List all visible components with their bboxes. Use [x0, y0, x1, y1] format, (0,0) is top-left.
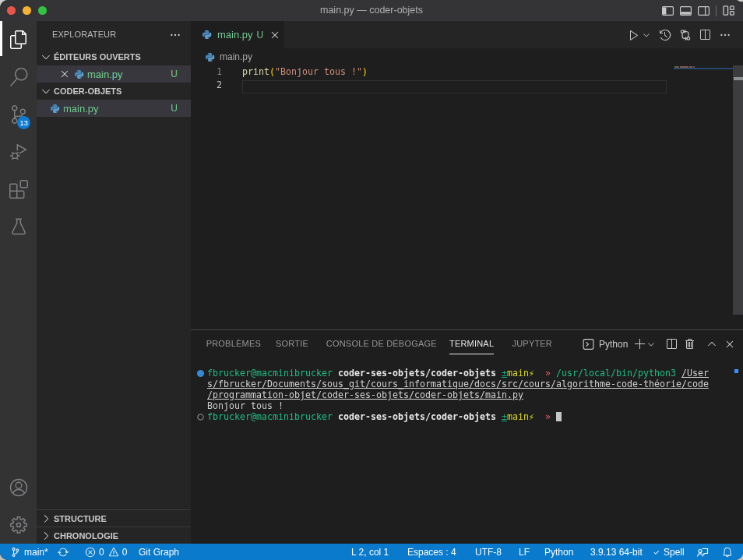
- code-token-string: "Bonjour tous !": [275, 66, 362, 77]
- source-control-badge: 13: [17, 116, 30, 129]
- breadcrumb-item: main.py: [220, 51, 252, 62]
- terminal-cwd: coder-ses-objets/coder-objets: [338, 411, 502, 422]
- close-panel-icon[interactable]: [724, 338, 736, 350]
- timeline-history-icon[interactable]: [659, 29, 671, 41]
- terminal-line-1: fbrucker@macminibrucker coder-ses-objets…: [207, 368, 709, 379]
- customize-layout-icon[interactable]: [723, 5, 734, 16]
- activitybar-testing[interactable]: [0, 208, 37, 245]
- extensions-icon: [9, 180, 28, 199]
- section-open-editors[interactable]: ÉDITEURS OUVERTS: [37, 48, 191, 65]
- terminal-line-2: s/fbrucker/Documents/sous_git/cours_info…: [207, 379, 709, 389]
- maximize-panel-icon[interactable]: [706, 338, 718, 350]
- code-area[interactable]: 1 2 print("Bonjour tous !"): [191, 65, 743, 329]
- run-debug-icon: [9, 143, 28, 161]
- check-icon: [651, 547, 662, 558]
- terminal-scrollbar-mark: [734, 369, 738, 373]
- workspace-label: CODER-OBJETS: [54, 86, 121, 96]
- terminal-lightning: ⚡: [529, 411, 534, 422]
- terminal-cursor: [556, 412, 562, 422]
- open-editors-label: ÉDITEURS OUVERTS: [54, 52, 141, 62]
- activitybar-explorer[interactable]: [0, 21, 37, 58]
- sidebar-title: EXPLORATEUR: [52, 21, 116, 48]
- activitybar-run-debug[interactable]: [0, 133, 37, 171]
- feedback-icon: [696, 546, 709, 558]
- terminal-prompt-char: »: [545, 368, 551, 379]
- split-terminal-icon[interactable]: [665, 338, 678, 350]
- sidebar-more-actions-icon[interactable]: [169, 29, 181, 44]
- statusbar-right: L 2, col 1 Espaces : 4 UTF-8 LF Python 3…: [0, 544, 743, 560]
- language-label: Python: [544, 547, 573, 558]
- statusbar-indentation[interactable]: Espaces : 4: [407, 544, 456, 560]
- new-terminal-icon[interactable]: [634, 338, 646, 350]
- terminal-command: /usr/local/bin/python3: [556, 368, 681, 379]
- command-decoration-success[interactable]: [196, 369, 205, 378]
- terminal-prompt-char: »: [545, 411, 551, 422]
- window-title: main.py — coder-objets: [0, 0, 743, 21]
- explorer-item-main-py[interactable]: main.py U: [37, 100, 191, 117]
- statusbar-notifications[interactable]: [722, 544, 733, 560]
- terminal[interactable]: fbrucker@macminibrucker coder-ses-objets…: [191, 365, 743, 544]
- breadcrumb[interactable]: main.py: [191, 48, 743, 65]
- statusbar-interpreter[interactable]: 3.9.13 64-bit: [590, 544, 643, 560]
- kill-terminal-icon[interactable]: [684, 338, 696, 350]
- panel: PROBLÈMES SORTIE CONSOLE DE DÉBOGAGE TER…: [191, 329, 743, 544]
- vscode-window: main.py — coder-objets 13: [0, 0, 743, 560]
- terminal-arg: /programmation-objet/coder-ses-objets/co…: [207, 389, 523, 400]
- git-status-badge: U: [171, 69, 178, 79]
- spell-label: Spell: [664, 547, 685, 558]
- split-editor-icon[interactable]: [699, 29, 711, 41]
- panel-actions: Python: [191, 330, 743, 357]
- section-timeline[interactable]: CHRONOLOGIE: [37, 527, 191, 544]
- terminal-space: [551, 368, 556, 379]
- python-file-icon: [205, 52, 215, 62]
- statusbar-language[interactable]: Python: [544, 544, 573, 560]
- toggle-panel-icon[interactable]: [680, 6, 692, 16]
- statusbar-eol[interactable]: LF: [519, 544, 530, 560]
- beaker-icon: [9, 217, 28, 236]
- run-dropdown-chevron-icon[interactable]: [642, 30, 651, 40]
- editor-scrollbar[interactable]: [733, 65, 743, 315]
- terminal-git-branch: main: [507, 368, 529, 379]
- code-line-1: print("Bonjour tous !"): [242, 65, 368, 79]
- tab-bar: main.py U: [191, 21, 743, 48]
- open-changes-icon[interactable]: [679, 29, 692, 41]
- titlebar-layout-controls: [662, 0, 734, 21]
- section-structure[interactable]: STRUCTURE: [37, 509, 191, 527]
- terminal-shell-icon[interactable]: [583, 338, 594, 350]
- toggle-secondary-sidebar-icon[interactable]: [698, 6, 710, 16]
- cursor-position-label: L 2, col 1: [351, 547, 389, 558]
- statusbar-feedback[interactable]: [696, 544, 709, 560]
- activitybar-source-control[interactable]: 13: [0, 96, 37, 133]
- activitybar-search[interactable]: [0, 58, 37, 96]
- activitybar-extensions[interactable]: [0, 171, 37, 208]
- python-file-icon: [50, 104, 60, 114]
- line-number-1: 1: [199, 65, 222, 79]
- statusbar-cursor-position[interactable]: L 2, col 1: [351, 544, 389, 560]
- terminal-shell-label[interactable]: Python: [599, 339, 628, 350]
- run-python-file-icon[interactable]: [628, 29, 640, 41]
- structure-label: STRUCTURE: [54, 514, 107, 523]
- terminal-git-symbol: ±: [502, 368, 507, 379]
- encoding-label: UTF-8: [475, 547, 502, 558]
- command-decoration-pending[interactable]: [197, 414, 204, 421]
- activitybar-settings[interactable]: [0, 506, 37, 544]
- section-workspace[interactable]: CODER-OBJETS: [37, 83, 191, 100]
- git-status-badge: U: [171, 103, 178, 114]
- minimap-current-line: [674, 68, 733, 69]
- chevron-down-icon: [40, 85, 52, 97]
- statusbar-encoding[interactable]: UTF-8: [475, 544, 502, 560]
- toggle-sidebar-icon[interactable]: [662, 6, 674, 16]
- close-editor-icon[interactable]: [58, 68, 71, 80]
- statusbar-spell[interactable]: Spell: [651, 544, 685, 560]
- terminal-dropdown-icon[interactable]: [646, 340, 656, 349]
- title-bar: main.py — coder-objets: [0, 0, 743, 21]
- chevron-down-icon: [40, 51, 52, 63]
- terminal-user: fbrucker@macminibrucker: [207, 411, 338, 422]
- terminal-git-symbol: ±: [502, 411, 507, 422]
- more-actions-icon[interactable]: [719, 29, 731, 41]
- open-editor-item-main-py[interactable]: main.py U: [37, 65, 191, 83]
- code-token-bracket: (: [269, 66, 275, 77]
- files-icon: [9, 30, 28, 49]
- terminal-arg: /User: [681, 368, 709, 379]
- activitybar-account[interactable]: [0, 469, 37, 506]
